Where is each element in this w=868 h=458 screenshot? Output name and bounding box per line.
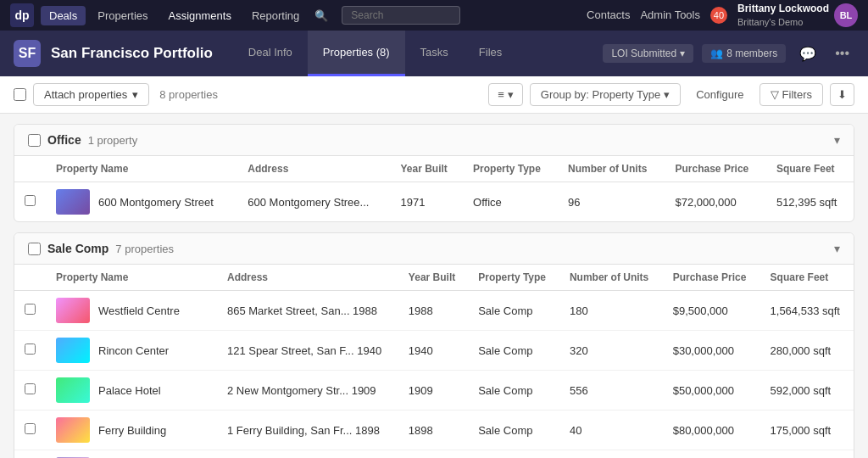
property-name-cell: Westfield Centre	[56, 298, 207, 323]
sc-th-property-type[interactable]: Property Type	[468, 265, 559, 291]
price-cell: $80,000,000	[663, 411, 760, 450]
group-office: Office 1 property ▾ Property Name Addres…	[14, 124, 854, 222]
th-sqft[interactable]: Square Feet	[766, 156, 854, 182]
nav-deals[interactable]: Deals	[41, 6, 86, 25]
price-cell: $50,000,000	[663, 371, 760, 411]
sc-th-units[interactable]: Number of Units	[559, 265, 663, 291]
select-all-checkbox[interactable]	[14, 88, 26, 101]
status-text: LOI Submitted	[611, 47, 676, 59]
filter-icon: ▽	[771, 88, 779, 101]
properties-count: 8 properties	[159, 88, 218, 101]
sqft-cell: 280,000 sqft	[760, 331, 854, 371]
group-chevron-icon: ▾	[664, 88, 670, 101]
property-name-cell: 600 Montgomery Street	[56, 189, 227, 215]
property-thumbnail	[56, 298, 90, 323]
property-name-link[interactable]: Westfield Centre	[98, 304, 180, 317]
configure-button[interactable]: Configure	[687, 84, 752, 105]
units-cell: 40	[559, 411, 663, 450]
tab-deal-info[interactable]: Deal Info	[233, 31, 308, 76]
row-checkbox[interactable]	[25, 195, 36, 206]
group-by-button[interactable]: Group by: Property Type ▾	[530, 83, 681, 106]
nav-reporting[interactable]: Reporting	[243, 6, 308, 25]
property-name-link[interactable]: Ferry Building	[98, 424, 166, 437]
price-cell: $9,500,000	[663, 291, 760, 331]
th-address[interactable]: Address	[237, 156, 390, 182]
user-menu[interactable]: Brittany Lockwood Brittany's Demo BL	[737, 3, 858, 28]
row-checkbox[interactable]	[25, 423, 36, 434]
property-name-link[interactable]: Palace Hotel	[98, 384, 161, 397]
price-cell: $99,000,000	[663, 450, 760, 459]
nav-assignments[interactable]: Assignments	[160, 6, 240, 25]
tab-tasks[interactable]: Tasks	[405, 31, 464, 76]
property-name-link[interactable]: Rincon Center	[98, 344, 169, 357]
table-row: Ferry Building 1 Ferry Building, San Fr.…	[14, 411, 854, 450]
group-office-toggle[interactable]: ▾	[834, 133, 840, 147]
th-units[interactable]: Number of Units	[558, 156, 665, 182]
toolbar-right: ≡ ▾ Group by: Property Type ▾ Configure …	[488, 83, 854, 106]
attach-label: Attach properties	[44, 88, 127, 101]
sqft-cell: 592,000 sqft	[760, 371, 854, 411]
sc-th-property-name[interactable]: Property Name	[46, 265, 217, 291]
group-sale-comp-toggle[interactable]: ▾	[834, 242, 840, 255]
attach-properties-button[interactable]: Attach properties ▾	[33, 83, 149, 106]
sc-th-year-built[interactable]: Year Built	[398, 265, 468, 291]
address-cell: 1 Ferry Building, San Fr... 1898	[217, 411, 398, 450]
th-property-type[interactable]: Property Type	[463, 156, 558, 182]
sqft-cell: 1,564,533 sqft	[760, 291, 854, 331]
th-checkbox	[14, 156, 46, 182]
user-demo: Brittany's Demo	[737, 16, 829, 28]
chat-icon[interactable]: 💬	[794, 42, 821, 65]
units-cell: 96	[558, 182, 665, 222]
office-table: Property Name Address Year Built Propert…	[14, 156, 854, 221]
properties-toolbar: Attach properties ▾ 8 properties ≡ ▾ Gro…	[0, 76, 868, 114]
status-chevron: ▾	[680, 47, 685, 59]
group-label: Group by: Property Type	[541, 88, 660, 101]
tab-files[interactable]: Files	[464, 31, 517, 76]
price-cell: $30,000,000	[663, 331, 760, 371]
property-thumbnail	[56, 338, 90, 363]
nav-properties[interactable]: Properties	[89, 6, 156, 25]
contacts-link[interactable]: Contacts	[587, 8, 630, 21]
property-thumbnail	[56, 417, 90, 443]
attach-chevron-icon: ▾	[132, 88, 138, 101]
tab-properties[interactable]: Properties (8)	[308, 31, 405, 76]
user-name: Brittany Lockwood	[737, 3, 829, 16]
row-checkbox[interactable]	[25, 383, 36, 394]
table-row: Embarcadero Center 2 Embarcadero Center,…	[14, 450, 854, 459]
members-button[interactable]: 👥 8 members	[702, 44, 786, 63]
download-button[interactable]: ⬇	[830, 83, 854, 106]
table-row: Westfield Centre 865 Market Street, San.…	[14, 291, 854, 331]
row-checkbox[interactable]	[25, 304, 36, 315]
year-built-cell: 1940	[398, 331, 468, 371]
group-sale-comp-checkbox[interactable]	[28, 243, 41, 255]
sqft-cell: 512,395 sqft	[766, 182, 854, 222]
notification-badge[interactable]: 40	[710, 7, 727, 24]
app-logo: dp	[10, 3, 34, 27]
group-sale-comp-header: Sale Comp 7 properties ▾	[14, 233, 854, 265]
top-nav: dp Deals Properties Assignments Reportin…	[0, 0, 868, 31]
group-office-checkbox[interactable]	[28, 134, 41, 147]
admin-tools-link[interactable]: Admin Tools	[640, 8, 700, 21]
sc-th-address[interactable]: Address	[217, 265, 398, 291]
th-price[interactable]: Purchase Price	[665, 156, 766, 182]
sc-th-checkbox	[14, 265, 46, 291]
status-badge[interactable]: LOI Submitted ▾	[603, 44, 693, 63]
sc-th-sqft[interactable]: Square Feet	[760, 265, 854, 291]
address-cell: 2 New Montgomery Str... 1909	[217, 371, 398, 411]
year-built-cell: 1988	[398, 291, 468, 331]
row-checkbox[interactable]	[25, 344, 36, 355]
property-name-cell: Rincon Center	[56, 338, 207, 363]
property-name-link[interactable]: 600 Montgomery Street	[98, 196, 214, 209]
main-content: Office 1 property ▾ Property Name Addres…	[0, 114, 868, 458]
price-cell: $72,000,000	[665, 182, 766, 222]
sqft-cell: 175,000 sqft	[760, 411, 854, 450]
th-year-built[interactable]: Year Built	[390, 156, 463, 182]
more-options-button[interactable]: •••	[830, 42, 854, 64]
property-name-cell: Ferry Building	[56, 417, 207, 443]
units-cell: 556	[559, 371, 663, 411]
filters-button[interactable]: ▽ Filters	[760, 83, 823, 106]
view-toggle-button[interactable]: ≡ ▾	[488, 83, 523, 106]
sc-th-price[interactable]: Purchase Price	[663, 265, 760, 291]
th-property-name[interactable]: Property Name	[46, 156, 237, 182]
search-input[interactable]	[342, 6, 460, 25]
